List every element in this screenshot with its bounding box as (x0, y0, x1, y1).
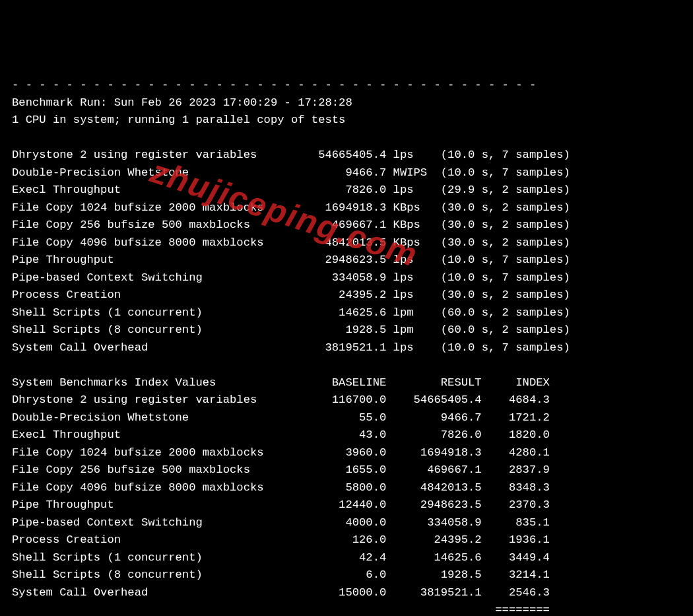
terminal-output: - - - - - - - - - - - - - - - - - - - - … (12, 77, 681, 616)
